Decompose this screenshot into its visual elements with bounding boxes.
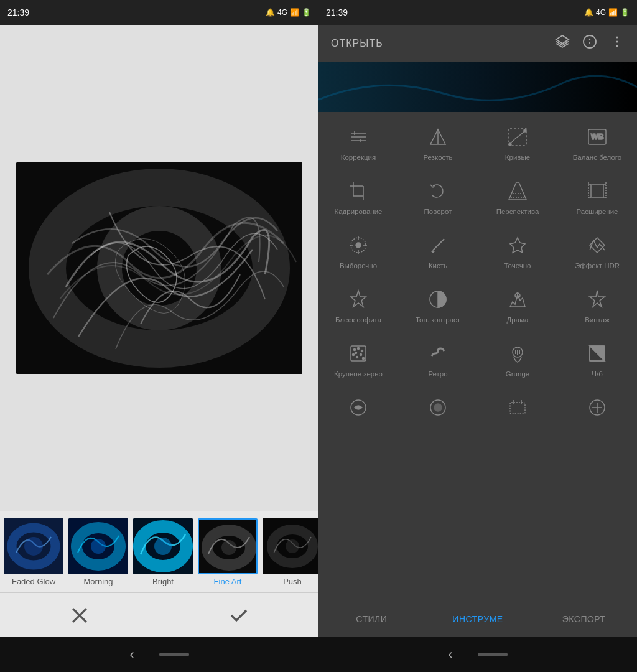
info-icon[interactable] <box>582 34 597 52</box>
nav-pill-right[interactable] <box>478 653 508 656</box>
bw-icon <box>586 342 608 365</box>
filter-bright[interactable]: Bright <box>132 518 194 586</box>
svg-point-25 <box>616 41 618 43</box>
tool-expand[interactable]: Расширение <box>557 172 637 224</box>
signal-right: 4G <box>596 8 606 17</box>
open-label: ОТКРЫТЬ <box>331 38 383 49</box>
tool-hdr[interactable]: Эффект HDR <box>557 226 637 278</box>
back-nav-icon[interactable]: ‹ <box>129 646 134 663</box>
tool-correction[interactable]: Коррекция <box>318 118 398 170</box>
svg-point-79 <box>355 352 357 353</box>
tool-vintage[interactable]: Винтаж <box>557 281 637 332</box>
svg-marker-69 <box>590 291 605 307</box>
more-icon[interactable] <box>610 34 625 52</box>
tab-styles[interactable]: СТИЛИ <box>318 600 425 637</box>
tool-grunge[interactable]: Grunge <box>478 335 557 386</box>
filter-push[interactable]: Push <box>261 518 318 586</box>
tools-row-4: Блеск софита Тон. контраст <box>318 281 637 332</box>
tools-grid: Коррекция Резкость <box>318 112 637 600</box>
svg-point-57 <box>356 243 361 248</box>
tool-extra3[interactable] <box>478 389 557 426</box>
right-panel: 21:39 🔔 4G 📶 🔋 ОТКРЫТЬ <box>318 0 637 672</box>
signal-left: 4G <box>277 8 287 17</box>
svg-point-24 <box>616 37 618 39</box>
tool-brush[interactable]: Кисть <box>398 226 478 278</box>
tab-export[interactable]: ЭКСПОРТ <box>531 600 637 637</box>
tool-label-bw: Ч/б <box>592 370 602 379</box>
tab-label-styles: СТИЛИ <box>356 614 387 624</box>
svg-marker-63 <box>510 238 525 253</box>
tool-rotate[interactable]: Поворот <box>398 172 478 224</box>
tool-label-retro: Ретро <box>428 370 447 379</box>
selective-icon <box>347 234 370 256</box>
nav-bar-right: ‹ <box>318 637 637 672</box>
filter-label-fine-art: Fine Art <box>214 577 242 586</box>
tool-retro[interactable]: Ретро <box>398 335 478 386</box>
filter-morning[interactable]: Morning <box>67 518 129 586</box>
svg-point-77 <box>360 353 362 355</box>
tool-spotfix[interactable]: Точечно <box>478 226 557 278</box>
filter-faded-glow[interactable]: Faded Glow <box>2 518 65 586</box>
svg-rect-88 <box>510 403 525 414</box>
tool-curves[interactable]: Кривые <box>478 118 557 170</box>
tool-crop[interactable]: Кадрирование <box>318 172 398 224</box>
back-nav-icon-right[interactable]: ‹ <box>448 646 452 663</box>
status-bar-left: 21:39 🔔 4G 📶 🔋 <box>0 0 318 25</box>
tool-sharpness[interactable]: Резкость <box>398 118 478 170</box>
perspective-icon <box>506 180 529 202</box>
tools-row-6 <box>318 389 637 426</box>
nav-bar-left: ‹ <box>0 637 318 672</box>
tools-row-1: Коррекция Резкость <box>318 118 637 170</box>
svg-point-14 <box>221 540 236 555</box>
svg-marker-65 <box>351 291 366 307</box>
tonecontrast-icon <box>427 288 449 310</box>
tool-drama[interactable]: Драма <box>478 281 557 332</box>
tool-extra1[interactable] <box>318 389 398 426</box>
tool-whitebalance[interactable]: W B Баланс белого <box>557 118 637 170</box>
tab-tools[interactable]: ИНСТРУМЕ <box>425 600 531 637</box>
tools-row-5: Крупное зерно Ретро <box>318 335 637 386</box>
filter-fine-art[interactable]: Fine Art <box>197 518 259 586</box>
hdr-icon <box>586 234 608 256</box>
tool-tonecontrast[interactable]: Тон. контраст <box>398 281 478 332</box>
vintage-icon <box>586 288 608 310</box>
svg-point-87 <box>434 404 442 411</box>
extra3-icon <box>506 396 529 419</box>
tool-grainyfilm[interactable]: Крупное зерно <box>318 335 398 386</box>
filter-thumb-push <box>263 518 318 574</box>
svg-point-76 <box>356 356 358 358</box>
main-image <box>16 162 302 374</box>
battery-icon: 🔋 <box>302 8 311 17</box>
battery-icon-right: 🔋 <box>620 8 630 17</box>
tool-glamour[interactable]: Блеск софита <box>318 281 398 332</box>
svg-point-26 <box>616 45 618 47</box>
svg-point-17 <box>286 539 299 553</box>
grunge-icon <box>506 342 529 365</box>
svg-point-8 <box>91 539 106 554</box>
svg-point-78 <box>363 357 365 359</box>
tools-row-3: Выборочно Кисть Точечно <box>318 226 637 278</box>
tool-selective[interactable]: Выборочно <box>318 226 398 278</box>
extra2-icon <box>427 396 449 419</box>
status-icons-right: 🔔 4G 📶 🔋 <box>584 8 630 17</box>
tool-perspective[interactable]: Перспектива <box>478 172 557 224</box>
tool-label-whitebalance: Баланс белого <box>573 153 621 162</box>
nav-pill-left[interactable] <box>159 653 189 656</box>
svg-point-5 <box>24 537 43 556</box>
tool-label-crop: Кадрирование <box>335 207 383 217</box>
svg-text:B: B <box>598 133 604 141</box>
tool-extra4[interactable] <box>557 389 637 426</box>
layers-icon[interactable] <box>555 34 570 52</box>
tool-bw[interactable]: Ч/б <box>557 335 637 386</box>
cancel-button[interactable] <box>64 600 95 631</box>
correction-icon <box>347 126 370 148</box>
confirm-button[interactable] <box>223 600 254 631</box>
curves-icon <box>506 126 529 148</box>
expand-icon <box>586 180 608 202</box>
tool-extra2[interactable] <box>398 389 478 426</box>
toolbar-icons <box>555 34 625 52</box>
svg-point-11 <box>154 538 172 555</box>
bottom-tabs: СТИЛИ ИНСТРУМЕ ЭКСПОРТ <box>318 600 637 637</box>
filter-thumb-faded-glow <box>4 518 63 574</box>
sound-icon-right: 🔔 <box>584 8 593 17</box>
